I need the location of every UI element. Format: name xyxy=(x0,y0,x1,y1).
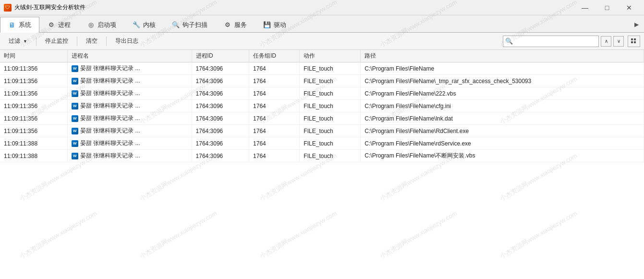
col-process-name[interactable]: 进程名 xyxy=(67,50,192,62)
cell-action: FILE_touch xyxy=(300,100,361,112)
cell-path: C:\Program Files\FileName\RdClient.exe xyxy=(361,125,644,137)
process-icon: W xyxy=(72,90,78,97)
cell-action: FILE_touch xyxy=(300,125,361,137)
tab-bar: 🖥 系统 ⚙ 进程 ◎ 启动项 🔧 内核 🔍 钩子扫描 ⚙ 服务 💾 驱动 ▶ xyxy=(0,15,644,33)
cell-task-group-id: 1764 xyxy=(249,125,300,137)
col-action[interactable]: 动作 xyxy=(300,50,361,62)
window-title: 火绒剑-互联网安全分析软件 xyxy=(14,3,574,12)
tab-hook[interactable]: 🔍 钩子扫描 xyxy=(164,17,216,32)
cell-time: 11:09:11:356 xyxy=(0,87,67,100)
tab-service[interactable]: ⚙ 服务 xyxy=(216,17,255,32)
stop-monitor-button[interactable]: 停止监控 xyxy=(40,35,73,48)
cell-process-name: W晏甜 张继科聊天记录 ... xyxy=(67,150,192,162)
tab-system[interactable]: 🖥 系统 xyxy=(0,17,39,33)
nav-up-button[interactable]: ∧ xyxy=(601,36,611,47)
clear-label: 清空 xyxy=(86,37,97,45)
table-row[interactable]: 11:09:11:356W晏甜 张继科聊天记录 ...1764:30961764… xyxy=(0,62,644,75)
filter-button[interactable]: 过滤 ▼ xyxy=(4,35,32,48)
export-log-button[interactable]: 导出日志 xyxy=(110,35,143,48)
window-controls: — □ ✕ xyxy=(574,0,640,15)
table-row[interactable]: 11:09:11:356W晏甜 张继科聊天记录 ...1764:30961764… xyxy=(0,75,644,87)
svg-rect-1 xyxy=(634,38,636,40)
table-row[interactable]: 11:09:11:356W晏甜 张继科聊天记录 ...1764:30961764… xyxy=(0,100,644,112)
process-icon: W xyxy=(72,128,78,134)
tab-process-label: 进程 xyxy=(58,21,71,29)
svg-rect-0 xyxy=(631,38,633,40)
toolbar-separator-3 xyxy=(106,36,107,46)
title-bar: 🛡 火绒剑-互联网安全分析软件 — □ ✕ xyxy=(0,0,644,15)
cell-time: 11:09:11:356 xyxy=(0,100,67,112)
col-time[interactable]: 时间 xyxy=(0,50,67,62)
kernel-tab-icon: 🔧 xyxy=(133,21,140,29)
process-tab-icon: ⚙ xyxy=(48,21,55,29)
cell-time: 11:09:11:388 xyxy=(0,150,67,162)
table-row[interactable]: 11:09:11:388W晏甜 张继科聊天记录 ...1764:30961764… xyxy=(0,137,644,150)
search-input[interactable] xyxy=(514,38,596,45)
nav-down-button[interactable]: ∨ xyxy=(613,36,624,47)
grid-view-button[interactable] xyxy=(628,36,640,47)
cell-process-id: 1764:3096 xyxy=(192,137,249,150)
cell-process-id: 1764:3096 xyxy=(192,75,249,87)
col-process-id[interactable]: 进程ID xyxy=(192,50,249,62)
table-container[interactable]: 时间 进程名 进程ID 任务组ID 动作 路径 11:09:11:356W晏甜 … xyxy=(0,50,644,279)
cell-time: 11:09:11:388 xyxy=(0,137,67,150)
tab-driver[interactable]: 💾 驱动 xyxy=(255,17,294,32)
cell-process-name: W晏甜 张继科聊天记录 ... xyxy=(67,75,192,87)
cell-process-id: 1764:3096 xyxy=(192,125,249,137)
process-icon: W xyxy=(72,153,78,159)
cell-task-group-id: 1764 xyxy=(249,62,300,75)
cell-path: C:\Program Files\FileName\rdService.exe xyxy=(361,137,644,150)
cell-process-name: W晏甜 张继科聊天记录 ... xyxy=(67,137,192,150)
process-icon: W xyxy=(72,103,78,109)
process-icon: W xyxy=(72,140,78,147)
cell-action: FILE_touch xyxy=(300,87,361,100)
maximize-button[interactable]: □ xyxy=(596,0,618,15)
filter-dropdown-icon: ▼ xyxy=(23,39,27,44)
tab-kernel-label: 内核 xyxy=(143,21,156,29)
table-row[interactable]: 11:09:11:356W晏甜 张继科聊天记录 ...1764:30961764… xyxy=(0,112,644,125)
toolbar-separator-2 xyxy=(77,36,77,46)
cell-path: C:\Program Files\FileName\lnk.dat xyxy=(361,112,644,125)
cell-process-id: 1764:3096 xyxy=(192,62,249,75)
col-task-group-id[interactable]: 任务组ID xyxy=(249,50,300,62)
cell-process-id: 1764:3096 xyxy=(192,150,249,162)
process-icon: W xyxy=(72,78,78,85)
svg-rect-2 xyxy=(631,41,633,43)
table-row[interactable]: 11:09:11:388W晏甜 张继科聊天记录 ...1764:30961764… xyxy=(0,150,644,162)
toolbar-separator-1 xyxy=(36,36,36,46)
tab-kernel[interactable]: 🔧 内核 xyxy=(124,17,164,32)
cell-time: 11:09:11:356 xyxy=(0,62,67,75)
tab-startup[interactable]: ◎ 启动项 xyxy=(79,17,124,32)
svg-rect-3 xyxy=(634,41,636,43)
cell-process-id: 1764:3096 xyxy=(192,112,249,125)
system-tab-icon: 🖥 xyxy=(8,21,16,29)
content-area: 时间 进程名 进程ID 任务组ID 动作 路径 11:09:11:356W晏甜 … xyxy=(0,50,644,279)
search-icon: 🔍 xyxy=(505,37,513,45)
cell-action: FILE_touch xyxy=(300,62,361,75)
table-header: 时间 进程名 进程ID 任务组ID 动作 路径 xyxy=(0,50,644,62)
table-row[interactable]: 11:09:11:356W晏甜 张继科聊天记录 ...1764:30961764… xyxy=(0,125,644,137)
cell-process-name: W晏甜 张继科聊天记录 ... xyxy=(67,125,192,137)
cell-path: C:\Program Files\FileName\不断网安装.vbs xyxy=(361,150,644,162)
stop-monitor-label: 停止监控 xyxy=(45,37,68,45)
tab-scroll-right[interactable]: ▶ xyxy=(631,17,642,32)
clear-button[interactable]: 清空 xyxy=(81,35,102,48)
cell-path: C:\Program Files\FileName\cfg.ini xyxy=(361,100,644,112)
col-path[interactable]: 路径 xyxy=(361,50,644,62)
cell-process-id: 1764:3096 xyxy=(192,87,249,100)
cell-process-name: W晏甜 张继科聊天记录 ... xyxy=(67,62,192,75)
close-button[interactable]: ✕ xyxy=(618,0,640,15)
process-icon: W xyxy=(72,115,78,122)
hook-tab-icon: 🔍 xyxy=(172,21,180,29)
minimize-button[interactable]: — xyxy=(574,0,596,15)
table-row[interactable]: 11:09:11:356W晏甜 张继科聊天记录 ...1764:30961764… xyxy=(0,87,644,100)
cell-task-group-id: 1764 xyxy=(249,87,300,100)
cell-path: C:\Program Files\FileName xyxy=(361,62,644,75)
cell-process-id: 1764:3096 xyxy=(192,100,249,112)
tab-process[interactable]: ⚙ 进程 xyxy=(39,17,79,32)
tab-startup-label: 启动项 xyxy=(97,21,116,29)
grid-icon xyxy=(631,38,637,45)
cell-time: 11:09:11:356 xyxy=(0,125,67,137)
tab-hook-label: 钩子扫描 xyxy=(182,21,207,29)
cell-process-name: W晏甜 张继科聊天记录 ... xyxy=(67,87,192,100)
